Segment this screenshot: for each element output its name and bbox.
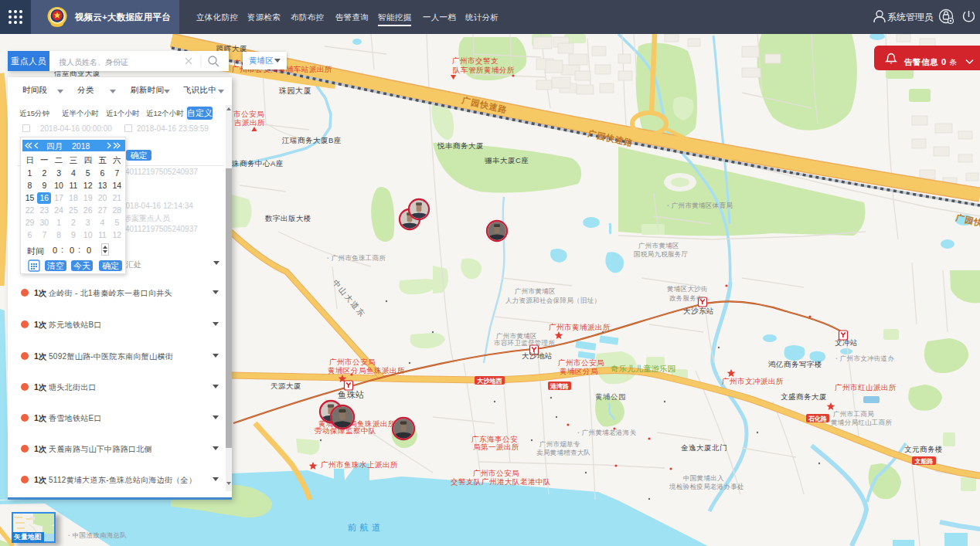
svg-text:交警支队广州港大队老港中队: 交警支队广州港大队老港中队 (451, 477, 551, 486)
svg-text:鱼珠站: 鱼珠站 (338, 390, 365, 399)
svg-text:市公安局: 市公安局 (233, 110, 264, 118)
svg-text:吉派出所: 吉派出所 (234, 118, 265, 127)
svg-text:金逸大厦北门: 金逸大厦北门 (681, 443, 727, 452)
svg-text:系统管理员: 系统管理员 (887, 12, 934, 22)
svg-text:广州市公安局: 广州市公安局 (473, 469, 519, 477)
svg-text:前航道: 前航道 (348, 523, 384, 532)
svg-text:中国黄埔出入: 中国黄埔出入 (683, 474, 724, 482)
svg-text:石化路: 石化路 (808, 415, 827, 422)
svg-text:广州市鱼珠水上派出所: 广州市鱼珠水上派出所 (321, 460, 398, 469)
svg-text:奇乐儿儿童游乐园: 奇乐儿儿童游乐园 (611, 364, 675, 373)
svg-text:广州市文冲派出所: 广州市文冲派出所 (722, 377, 784, 385)
svg-text:大沙东站: 大沙东站 (683, 307, 714, 315)
svg-text:广州市公安局: 广州市公安局 (329, 358, 376, 366)
svg-text:数字出版大楼: 数字出版大楼 (265, 214, 311, 222)
svg-text:文盛商务大厦: 文盛商务大厦 (781, 392, 827, 401)
svg-text:广州市红山派出所: 广州市红山派出所 (835, 383, 897, 392)
svg-text:广州市交警支: 广州市交警支 (452, 56, 499, 65)
svg-text:条: 条 (949, 58, 957, 66)
svg-text:中山大道东: 中山大道东 (331, 278, 367, 319)
svg-text:2018: 2018 (72, 141, 90, 151)
svg-text:天源大厦: 天源大厦 (271, 382, 301, 390)
svg-text:文元商务楼: 文元商务楼 (904, 445, 943, 453)
svg-text:悦丰商务大厦: 悦丰商务大厦 (437, 141, 484, 150)
svg-text:广州市公安局: 广州市公安局 (558, 358, 604, 367)
svg-text:告警信息: 告警信息 (903, 57, 938, 66)
svg-text:大沙地站: 大沙地站 (522, 351, 553, 360)
svg-text:・广州市黄埔区体育局: ・广州市黄埔区体育局 (665, 202, 733, 209)
svg-text:骊丰大厦C座: 骊丰大厦C座 (485, 156, 529, 164)
svg-text:广州市黄埔区: 广州市黄埔区 (515, 287, 556, 295)
svg-text:广州市烟草专: 广州市烟草专 (539, 440, 580, 448)
svg-text:黄埔区分局: 黄埔区分局 (560, 367, 598, 375)
svg-text:广州市黄埔派出所: 广州市黄埔派出所 (549, 323, 611, 331)
svg-text:卖局黄埔稽查大队: 卖局黄埔稽查大队 (536, 449, 590, 456)
svg-text:广州市工商局: 广州市工商局 (833, 410, 874, 418)
svg-text:国税局九税服务厅: 国税局九税服务厅 (634, 250, 689, 258)
svg-text:珠商务中心A座: 珠商务中心A座 (231, 159, 284, 168)
svg-text:・广州市文冲街道办: ・广州市文冲街道办 (833, 354, 894, 362)
svg-text:江瑞商务大厦B座: 江瑞商务大厦B座 (281, 136, 342, 144)
svg-text:境检验检疫局老港办事处: 境检验检疫局老港办事处 (669, 483, 744, 490)
svg-text:四月: 四月 (46, 141, 63, 151)
svg-text:人力资源和社会保障局（旧址）: 人力资源和社会保障局（旧址） (505, 297, 601, 304)
svg-text:黄埔区大沙街: 黄埔区大沙街 (666, 285, 708, 293)
svg-text:港湾路: 港湾路 (550, 382, 569, 390)
svg-text:黄埔公园: 黄埔公园 (595, 392, 626, 401)
svg-text:黄埔分局红山工商所: 黄埔分局红山工商所 (830, 419, 892, 426)
svg-text:・中国渔政南海总队: ・中国渔政南海总队 (66, 531, 127, 539)
svg-text:黄埔区分局鱼珠派出所: 黄埔区分局鱼珠派出所 (328, 366, 405, 375)
svg-text:广园快速: 广园快速 (954, 212, 980, 230)
svg-text:珠园大厦: 珠园大厦 (278, 86, 311, 95)
svg-text:文冲站: 文冲站 (835, 338, 858, 347)
svg-text:广州市黄埔区: 广州市黄埔区 (638, 242, 679, 249)
svg-text:局第一派出所: 局第一派出所 (473, 443, 519, 451)
svg-text:市容环卫监督管理所: 市容环卫监督管理所 (494, 339, 555, 347)
svg-text:・广州市鱼珠工商所: ・广州市鱼珠工商所 (325, 254, 386, 262)
svg-text:队车管所黄埔分所: 队车管所黄埔分所 (453, 66, 515, 74)
svg-text:0: 0 (941, 57, 946, 66)
svg-text:鸿亿商务写字楼: 鸿亿商务写字楼 (768, 360, 822, 368)
svg-text:政务服务中...: 政务服务中... (669, 294, 709, 302)
svg-text:文船路: 文船路 (914, 458, 934, 465)
svg-text:・广州黄埔老港海关: ・广州黄埔老港海关 (575, 429, 636, 436)
svg-text:大沙地西: 大沙地西 (478, 378, 502, 385)
